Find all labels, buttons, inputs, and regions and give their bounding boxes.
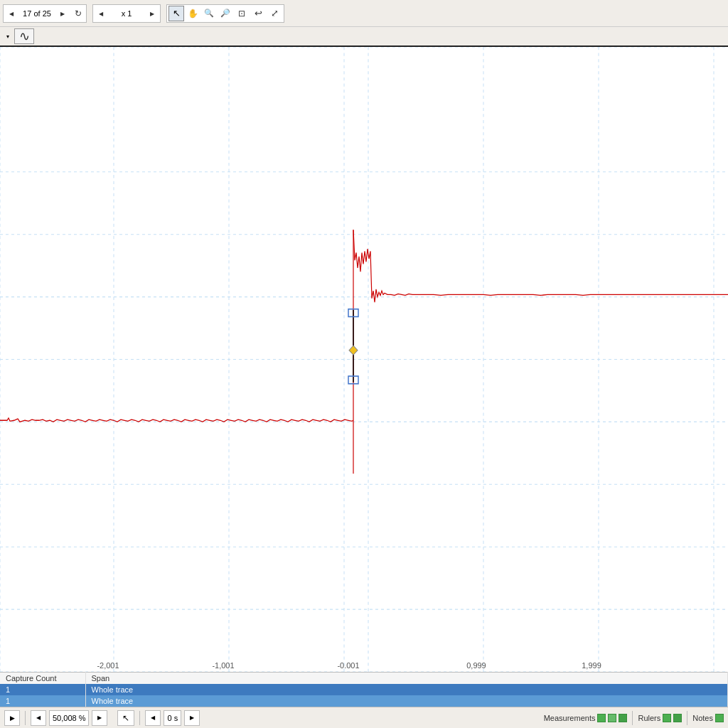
second-toolbar: ∿ (0, 27, 728, 47)
zoom-in-button[interactable]: 🔍 (201, 6, 217, 21)
notes-add-button[interactable] (715, 714, 724, 722)
rulers-add-button[interactable] (663, 714, 671, 722)
next-page-icon (60, 9, 65, 17)
bottom-section: Capture Count Span 1 Whole trace 1 Whole… (0, 672, 728, 728)
prev-page-button[interactable] (4, 6, 19, 21)
cursor-tool-button[interactable]: ↖ (168, 6, 184, 21)
prev-time-icon: ◀ (36, 714, 41, 721)
play-button[interactable]: ▶ (4, 710, 20, 726)
next-capture-icon: ▶ (190, 714, 194, 721)
zoom-drag-icon: ⤢ (271, 8, 279, 18)
row2-span: Whole trace (85, 695, 728, 707)
svg-text:-0.001: -0.001 (337, 660, 359, 669)
prev-zoom-button[interactable] (93, 6, 109, 21)
next-time-button[interactable]: ▶ (92, 710, 107, 726)
svg-text:-2,001: -2,001 (97, 660, 119, 669)
cursor-tool-button2[interactable]: ↖ (117, 710, 134, 726)
measurements-config-button[interactable] (619, 714, 627, 722)
zoom-level: x 1 (109, 9, 144, 18)
zoom-fit-button[interactable]: ⊡ (234, 6, 250, 21)
notes-label: Notes (692, 714, 713, 722)
waveform-chart: -2,001 -1,001 -0.001 0,999 1,999 (0, 47, 728, 672)
cursor-icon: ↖ (173, 8, 181, 18)
table-row[interactable]: 1 Whole trace (0, 684, 728, 695)
svg-text:1,999: 1,999 (582, 660, 601, 669)
measurements-label: Measurements (544, 714, 596, 722)
time-display: 0 s (164, 710, 181, 726)
zoom-drag-button[interactable]: ⤢ (267, 6, 282, 21)
next-zoom-icon (150, 9, 154, 17)
rulers-config-button[interactable] (673, 714, 682, 722)
zoom-percent-display: 50,008 % (49, 710, 89, 726)
row1-count: 1 (0, 684, 85, 695)
row1-span: Whole trace (85, 684, 728, 695)
zoom-fit-icon: ⊡ (238, 9, 245, 18)
tool-group: ↖ ✋ 🔍 🔎 ⊡ ↩ ⤢ (166, 4, 284, 23)
refresh-button[interactable] (70, 6, 86, 21)
top-toolbar: 17 of 25 x 1 ↖ ✋ 🔍 🔎 ⊡ (0, 0, 728, 27)
hand-tool-button[interactable]: ✋ (185, 6, 200, 21)
measurements-remove-button[interactable] (608, 714, 616, 722)
separator1 (25, 711, 26, 725)
table-row[interactable]: 1 Whole trace (0, 695, 728, 707)
rulers-section: Rulers (638, 714, 682, 722)
prev-capture-button[interactable]: ◀ (145, 710, 161, 726)
col-header-count: Capture Count (0, 673, 85, 685)
zoom-nav-group: x 1 (92, 4, 161, 23)
row2-count: 1 (0, 695, 85, 707)
toolbar2-dropdown[interactable] (3, 28, 13, 44)
zoom-out-button[interactable]: 🔎 (218, 6, 233, 21)
col-header-span: Span (85, 673, 728, 685)
wave-icon: ∿ (19, 30, 30, 43)
refresh-icon (75, 9, 82, 18)
prev-page-icon (9, 9, 14, 17)
prev-time-button[interactable]: ◀ (31, 710, 46, 726)
measurements-section: Measurements (544, 714, 628, 722)
chart-area: -2,001 -1,001 -0.001 0,999 1,999 (0, 47, 728, 672)
separator4 (687, 711, 687, 725)
next-time-icon: ▶ (97, 714, 102, 721)
undo-icon: ↩ (255, 8, 262, 18)
bottom-toolbar: ▶ ◀ 50,008 % ▶ ↖ ◀ 0 s ▶ Measurements (0, 707, 728, 728)
next-capture-button[interactable]: ▶ (184, 710, 200, 726)
page-nav-group: 17 of 25 (3, 4, 87, 23)
notes-section: Notes (692, 714, 724, 722)
dropdown-icon (6, 33, 9, 40)
wave-button[interactable]: ∿ (14, 28, 34, 44)
measurements-add-button[interactable] (597, 714, 606, 722)
undo-zoom-button[interactable]: ↩ (250, 6, 266, 21)
prev-capture-icon: ◀ (151, 714, 155, 721)
capture-table: Capture Count Span 1 Whole trace 1 Whole… (0, 672, 728, 707)
table-header-row: Capture Count Span (0, 673, 728, 685)
separator2 (139, 711, 140, 725)
hand-icon: ✋ (188, 9, 198, 18)
next-zoom-button[interactable] (144, 6, 160, 21)
zoom-in-icon: 🔍 (204, 9, 214, 18)
prev-zoom-icon (99, 9, 103, 17)
page-indicator: 17 of 25 (19, 9, 55, 18)
play-icon: ▶ (10, 714, 15, 722)
svg-text:0,999: 0,999 (466, 660, 486, 669)
svg-text:-1,001: -1,001 (212, 660, 234, 669)
separator3 (632, 711, 633, 725)
zoom-out-icon: 🔎 (220, 9, 230, 18)
next-page-button[interactable] (55, 6, 70, 21)
cursor-icon2: ↖ (122, 713, 129, 723)
rulers-label: Rulers (638, 714, 660, 722)
